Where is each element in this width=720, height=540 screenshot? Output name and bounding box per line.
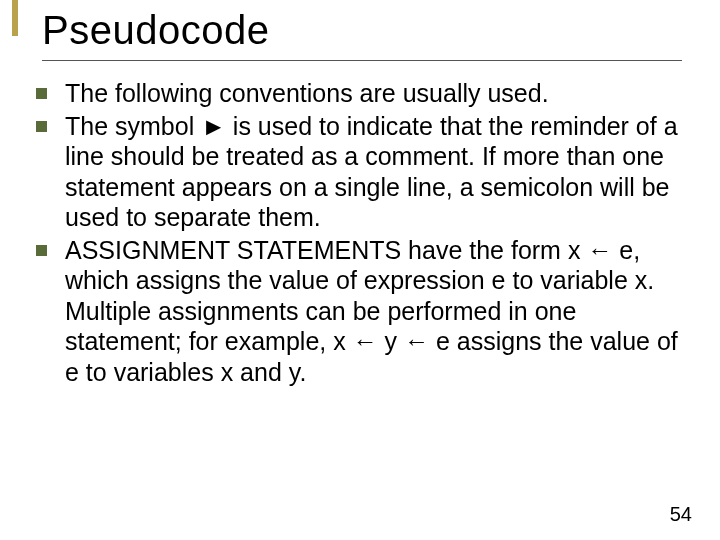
square-bullet-icon: [36, 245, 47, 256]
title-underline: [42, 60, 682, 61]
page-number: 54: [670, 503, 692, 526]
list-item: ASSIGNMENT STATEMENTS have the form x ← …: [36, 235, 686, 388]
accent-bar: [12, 0, 18, 36]
bullet-text: ASSIGNMENT STATEMENTS have the form x ← …: [65, 235, 686, 388]
bullet-text: The symbol ► is used to indicate that th…: [65, 111, 686, 233]
bullet-text: The following conventions are usually us…: [65, 78, 686, 109]
body-content: The following conventions are usually us…: [36, 78, 686, 389]
square-bullet-icon: [36, 121, 47, 132]
list-item: The symbol ► is used to indicate that th…: [36, 111, 686, 233]
list-item: The following conventions are usually us…: [36, 78, 686, 109]
slide: Pseudocode The following conventions are…: [0, 0, 720, 540]
square-bullet-icon: [36, 88, 47, 99]
slide-title: Pseudocode: [42, 8, 269, 53]
